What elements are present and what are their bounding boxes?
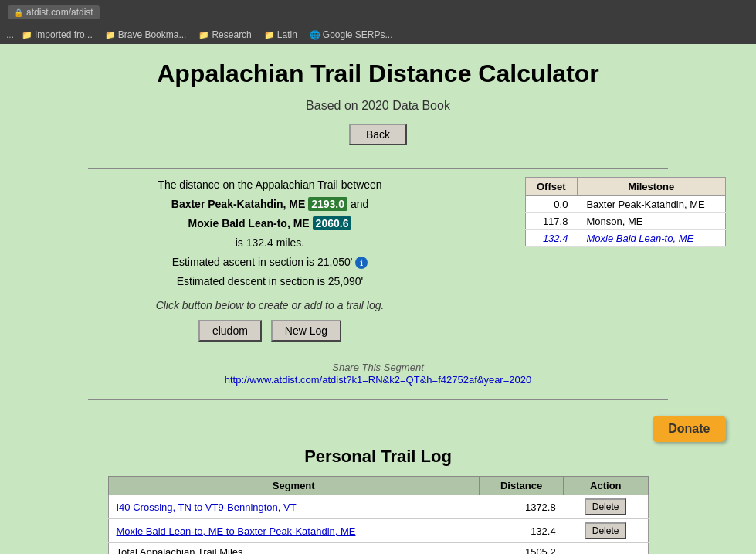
connector: and — [351, 198, 368, 210]
share-link[interactable]: http://www.atdist.com/atdist?k1=RN&k2=QT… — [225, 374, 531, 386]
trail-distance: 132.4 — [479, 519, 563, 543]
segment-header: Segment — [108, 477, 479, 495]
trail-action[interactable]: Delete — [564, 519, 648, 543]
page-content: Appalachian Trail Distance Calculator Ba… — [0, 44, 756, 554]
total-row: Total Appalachian Trail Miles 1505.2 — [108, 543, 648, 555]
miles-text: is 132.4 miles. — [31, 235, 510, 251]
milestone-row: 117.8Monson, ME — [525, 213, 725, 230]
main-section: The distance on the Appalachian Trail be… — [31, 177, 726, 342]
milestone-offset: 117.8 — [525, 213, 577, 230]
end-offset: 2060.6 — [313, 216, 352, 230]
bookmark-ellipsis[interactable]: ... — [6, 29, 14, 40]
milestone-name[interactable]: Moxie Bald Lean-to, ME — [577, 230, 725, 247]
milestone-name: Monson, ME — [577, 213, 725, 230]
milestone-header: Milestone — [577, 178, 725, 196]
bookmark-research[interactable]: 📁 Research — [194, 28, 256, 42]
distance-end: Moxie Bald Lean-to, ME 2060.6 — [31, 216, 510, 232]
bookmark-imported[interactable]: 📁 Imported fro... — [17, 28, 97, 42]
url-bar[interactable]: 🔒 atdist.com/atdist — [8, 5, 100, 19]
descent-text: Estimated descent in section is 25,090' — [31, 274, 510, 290]
milestone-offset: 0.0 — [525, 196, 577, 213]
page-title: Appalachian Trail Distance Calculator — [157, 59, 599, 88]
action-buttons: eludom New Log — [31, 320, 510, 342]
trail-log-row: I40 Crossing, TN to VT9-Bennington, VT13… — [108, 495, 648, 519]
start-offset: 2193.0 — [308, 197, 347, 211]
total-label: Total Appalachian Trail Miles — [108, 543, 479, 555]
trail-segment[interactable]: I40 Crossing, TN to VT9-Bennington, VT — [108, 495, 479, 519]
milestone-row: 132.4Moxie Bald Lean-to, ME — [525, 230, 725, 247]
donate-button[interactable]: Donate — [653, 416, 725, 442]
url-text: atdist.com/atdist — [26, 7, 93, 18]
bookmark-brave[interactable]: 📁 Brave Bookma... — [100, 28, 192, 42]
trail-segment[interactable]: Moxie Bald Lean-to, ME to Baxter Peak-Ka… — [108, 519, 479, 543]
back-button[interactable]: Back — [349, 124, 407, 145]
eludom-button[interactable]: eludom — [198, 320, 262, 342]
bookmarks-bar: ... 📁 Imported fro... 📁 Brave Bookma... … — [0, 25, 756, 44]
distance-line1: The distance on the Appalachian Trail be… — [31, 177, 510, 193]
distance-start: Baxter Peak-Katahdin, ME 2193.0 and — [31, 196, 510, 212]
trail-action[interactable]: Delete — [564, 495, 648, 519]
distance-header: Distance — [479, 477, 563, 495]
subtitle: Based on 2020 Data Book — [306, 99, 450, 113]
lock-icon: 🔒 — [14, 8, 23, 17]
bookmark-google[interactable]: 🌐 Google SERPs... — [305, 28, 398, 42]
bookmark-latin[interactable]: 📁 Latin — [259, 28, 302, 42]
milestone-panel: Offset Milestone 0.0Baxter Peak-Katahdin… — [525, 177, 726, 342]
ascent-text: Estimated ascent in section is 21,050' ℹ — [31, 254, 510, 270]
end-name: Moxie Bald Lean-to, ME — [188, 217, 310, 229]
trail-distance: 1372.8 — [479, 495, 563, 519]
trail-log-section: Personal Trail Log Segment Distance Acti… — [108, 447, 649, 554]
offset-header: Offset — [525, 178, 577, 196]
info-icon[interactable]: ℹ — [355, 257, 368, 269]
milestone-offset: 132.4 — [525, 230, 577, 247]
milestone-name: Baxter Peak-Katahdin, ME — [577, 196, 725, 213]
milestone-table: Offset Milestone 0.0Baxter Peak-Katahdin… — [525, 177, 726, 247]
distance-info: The distance on the Appalachian Trail be… — [31, 177, 510, 342]
action-header: Action — [564, 477, 648, 495]
milestone-row: 0.0Baxter Peak-Katahdin, ME — [525, 196, 725, 213]
share-section: Share This Segment http://www.atdist.com… — [225, 360, 531, 386]
click-note: Click button below to create or add to a… — [31, 297, 510, 314]
total-value: 1505.2 — [479, 543, 563, 555]
trail-log-row: Moxie Bald Lean-to, ME to Baxter Peak-Ka… — [108, 519, 648, 543]
browser-bar: 🔒 atdist.com/atdist — [0, 0, 756, 25]
trail-log-title: Personal Trail Log — [108, 447, 649, 467]
top-separator — [88, 168, 668, 169]
start-name: Baxter Peak-Katahdin, ME — [171, 198, 306, 210]
delete-button[interactable]: Delete — [585, 522, 627, 539]
bottom-separator — [88, 399, 668, 400]
trail-log-table: Segment Distance Action I40 Crossing, TN… — [108, 476, 649, 554]
delete-button[interactable]: Delete — [585, 498, 627, 515]
new-log-button[interactable]: New Log — [271, 320, 341, 342]
share-label: Share This Segment — [332, 362, 424, 373]
